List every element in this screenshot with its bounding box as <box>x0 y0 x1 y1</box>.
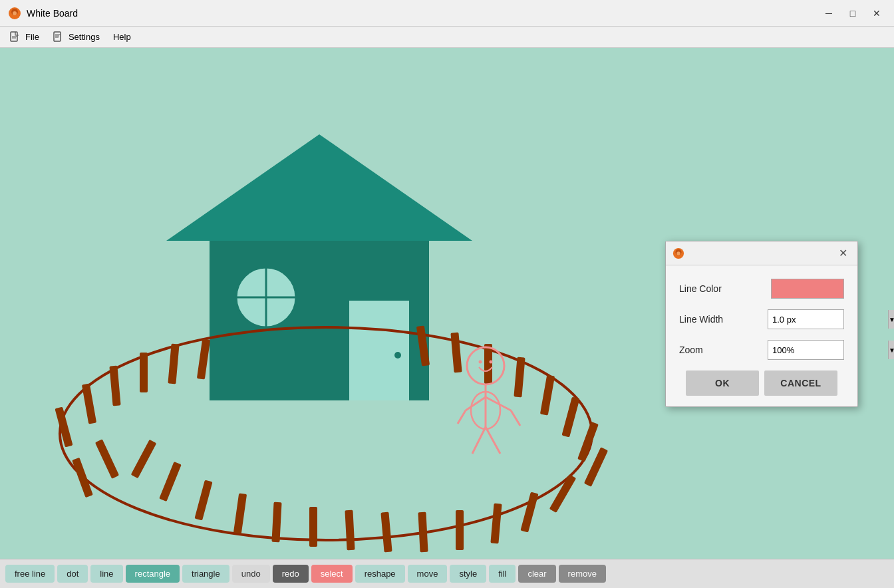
menu-file[interactable]: File <box>3 29 46 46</box>
dialog-app-icon <box>672 247 684 259</box>
menu-settings[interactable]: Settings <box>46 29 106 46</box>
svg-marker-10 <box>166 134 472 241</box>
svg-rect-35 <box>456 510 464 550</box>
tool-line[interactable]: line <box>90 565 122 583</box>
zoom-label: Zoom <box>679 345 703 355</box>
tool-reshape[interactable]: reshape <box>355 565 405 583</box>
svg-rect-44 <box>131 440 157 479</box>
svg-rect-37 <box>380 512 392 553</box>
menu-help[interactable]: Help <box>106 29 138 45</box>
tool-select[interactable]: select <box>311 565 353 583</box>
svg-rect-40 <box>271 502 281 543</box>
maximize-button[interactable]: □ <box>843 5 862 21</box>
app-icon <box>8 7 21 20</box>
title-bar: White Board ─ □ ✕ <box>0 0 894 27</box>
menu-file-label: File <box>25 32 39 42</box>
svg-rect-26 <box>484 344 492 384</box>
line-color-label: Line Color <box>679 283 722 294</box>
file-icon <box>9 31 21 43</box>
svg-rect-33 <box>520 492 538 532</box>
tool-redo[interactable]: redo <box>273 565 309 583</box>
dialog-body: Line Color Line Width ▼ Zoom ▼ OK CANCE <box>666 265 857 406</box>
tool-triangle[interactable]: triangle <box>182 565 229 583</box>
line-color-row: Line Color <box>679 279 844 299</box>
menu-bar: File Settings Help <box>0 27 894 48</box>
zoom-input[interactable] <box>768 345 888 355</box>
tool-clear[interactable]: clear <box>518 565 555 583</box>
svg-point-13 <box>394 352 401 359</box>
tool-fill[interactable]: fill <box>489 565 516 583</box>
settings-dialog: ✕ Line Color Line Width ▼ Zoom ▼ <box>665 241 858 407</box>
svg-line-55 <box>472 427 486 454</box>
svg-rect-22 <box>168 344 179 384</box>
svg-line-54 <box>511 410 520 426</box>
tool-style[interactable]: style <box>450 565 486 583</box>
svg-rect-41 <box>233 493 247 533</box>
svg-rect-19 <box>82 383 96 424</box>
menu-settings-label: Settings <box>69 32 100 42</box>
dialog-buttons: OK CANCEL <box>679 370 844 396</box>
tool-dot[interactable]: dot <box>57 565 88 583</box>
line-width-input[interactable] <box>768 315 888 325</box>
svg-rect-21 <box>140 353 148 392</box>
tool-undo[interactable]: undo <box>232 565 270 583</box>
svg-rect-30 <box>577 422 599 462</box>
zoom-row: Zoom ▼ <box>679 340 844 360</box>
close-button[interactable]: ✕ <box>867 5 886 21</box>
line-width-arrow[interactable]: ▼ <box>888 310 894 329</box>
menu-help-label: Help <box>113 32 131 42</box>
svg-rect-32 <box>549 474 576 513</box>
tool-free-line[interactable]: free line <box>5 565 55 583</box>
svg-rect-25 <box>450 333 462 373</box>
canvas-area[interactable]: ✕ Line Color Line Width ▼ Zoom ▼ <box>0 48 894 559</box>
zoom-arrow[interactable]: ▼ <box>888 341 894 359</box>
svg-rect-12 <box>349 301 409 400</box>
svg-rect-18 <box>55 406 73 447</box>
svg-rect-38 <box>345 510 355 551</box>
svg-point-48 <box>479 361 482 364</box>
svg-rect-39 <box>309 507 317 547</box>
svg-rect-42 <box>194 480 212 520</box>
svg-point-49 <box>490 361 493 364</box>
line-width-row: Line Width ▼ <box>679 309 844 329</box>
svg-rect-46 <box>72 458 93 498</box>
zoom-select[interactable]: ▼ <box>768 340 844 360</box>
window-title: White Board <box>27 8 78 19</box>
svg-line-56 <box>486 427 500 454</box>
minimize-button[interactable]: ─ <box>820 5 838 21</box>
dialog-title-left <box>672 247 684 259</box>
line-width-label: Line Width <box>679 314 723 325</box>
dialog-titlebar: ✕ <box>666 241 857 265</box>
svg-rect-43 <box>159 462 182 502</box>
svg-rect-34 <box>490 504 502 544</box>
settings-icon <box>53 31 65 43</box>
svg-point-60 <box>676 251 680 255</box>
ok-button[interactable]: OK <box>686 370 759 396</box>
cancel-button[interactable]: CANCEL <box>764 370 837 396</box>
svg-rect-20 <box>109 366 120 406</box>
tool-remove[interactable]: remove <box>559 565 606 583</box>
dialog-close-button[interactable]: ✕ <box>835 245 851 261</box>
svg-rect-23 <box>197 339 210 379</box>
svg-line-51 <box>466 397 486 410</box>
svg-point-2 <box>13 11 17 15</box>
tool-move[interactable]: move <box>408 565 448 583</box>
bottom-toolbar: free linedotlinerectangletriangleundored… <box>0 559 894 588</box>
svg-line-52 <box>486 397 511 410</box>
title-left: White Board <box>8 7 78 20</box>
line-width-select[interactable]: ▼ <box>768 309 844 329</box>
svg-rect-27 <box>514 357 525 398</box>
svg-rect-28 <box>540 374 555 415</box>
svg-rect-45 <box>95 439 119 478</box>
svg-line-53 <box>458 410 466 424</box>
tool-rectangle[interactable]: rectangle <box>126 565 180 583</box>
window-controls: ─ □ ✕ <box>820 5 886 21</box>
line-color-swatch[interactable] <box>771 279 844 299</box>
svg-rect-6 <box>54 32 61 41</box>
svg-rect-29 <box>561 396 579 437</box>
svg-rect-36 <box>418 512 428 553</box>
